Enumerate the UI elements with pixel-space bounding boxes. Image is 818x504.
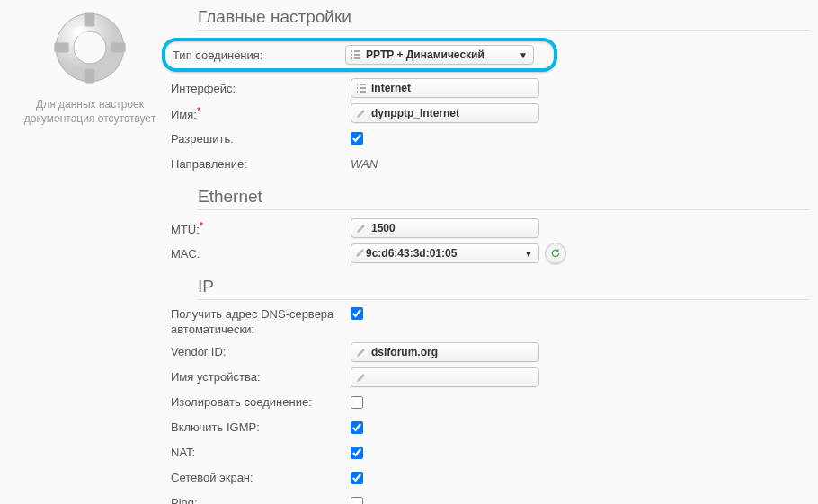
help-text: Для данных настроек документация отсутст…: [9, 97, 171, 126]
mac-refresh-button[interactable]: [545, 243, 566, 264]
section-ip-title: IP: [198, 277, 809, 300]
direction-label: Направление:: [171, 157, 351, 171]
nat-label: NAT:: [171, 446, 351, 459]
chevron-down-icon: ▼: [519, 50, 528, 60]
devname-label: Имя устройства:: [171, 370, 351, 384]
pencil-icon: [355, 371, 368, 384]
pencil-icon: [355, 107, 368, 119]
mtu-label: MTU:*: [171, 220, 351, 236]
name-input[interactable]: dynpptp_Internet: [351, 103, 539, 123]
igmp-label: Включить IGMP:: [171, 420, 351, 434]
interface-select[interactable]: Internet: [351, 78, 539, 98]
firewall-checkbox[interactable]: [351, 472, 363, 484]
dns-auto-checkbox[interactable]: [351, 307, 363, 320]
connection-type-select[interactable]: PPTP + Динамический ▼: [345, 45, 534, 65]
svg-rect-3: [85, 68, 95, 83]
interface-label: Интерфейс:: [171, 82, 351, 95]
allow-checkbox[interactable]: [351, 132, 363, 145]
mtu-input[interactable]: 1500: [351, 218, 539, 238]
direction-value: WAN: [351, 157, 378, 171]
isolate-label: Изолировать соединение:: [171, 395, 351, 409]
devname-input[interactable]: [351, 367, 539, 387]
nat-checkbox[interactable]: [351, 447, 363, 459]
vendor-label: Vendor ID:: [171, 345, 351, 358]
allow-label: Разрешить:: [171, 132, 351, 146]
ping-label: Ping:: [171, 496, 351, 504]
pencil-icon: [355, 346, 368, 358]
pencil-icon: [355, 222, 368, 234]
ping-checkbox[interactable]: [351, 497, 363, 504]
svg-rect-2: [85, 12, 95, 26]
igmp-checkbox[interactable]: [351, 421, 363, 434]
refresh-icon: [549, 247, 562, 260]
list-icon: [350, 49, 362, 61]
svg-rect-4: [54, 43, 68, 53]
isolate-checkbox[interactable]: [351, 396, 363, 409]
help-sidebar: Для данных настроек документация отсутст…: [9, 7, 171, 504]
firewall-label: Сетевой экран:: [171, 471, 351, 484]
dns-auto-label: Получить адрес DNS-сервера автоматически…: [171, 307, 351, 338]
list-icon: [355, 82, 368, 94]
chevron-down-icon: ▼: [524, 249, 533, 259]
svg-point-6: [72, 27, 88, 37]
svg-point-1: [74, 31, 106, 64]
svg-rect-5: [111, 43, 125, 53]
mac-label: MAC:: [171, 247, 351, 261]
section-ethernet-title: Ethernet: [198, 187, 809, 210]
connection-type-label: Тип соединения:: [173, 49, 345, 62]
connection-type-highlight: Тип соединения: PPTP + Динамический ▼: [162, 38, 557, 72]
lifering-icon: [49, 7, 130, 88]
name-label: Имя:*: [171, 105, 351, 121]
pencil-icon: [355, 247, 366, 261]
vendor-input[interactable]: dslforum.org: [351, 342, 539, 362]
section-main-title: Главные настройки: [198, 7, 809, 31]
mac-select[interactable]: 9c:d6:43:3d:01:05 ▼: [351, 243, 539, 263]
